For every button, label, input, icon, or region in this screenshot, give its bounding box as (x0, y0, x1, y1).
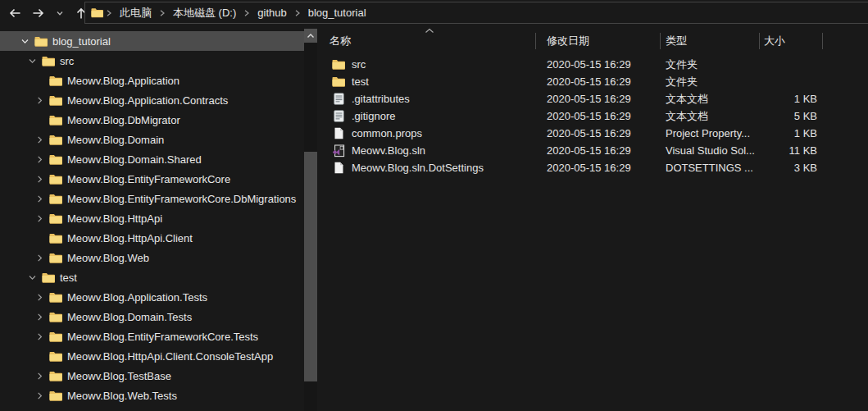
tree-expander-icon[interactable] (33, 251, 47, 264)
tree-item[interactable]: Meowv.Blog.Application (0, 71, 317, 90)
tree-item[interactable]: Meowv.Blog.EntityFrameworkCore.DbMigrati… (0, 189, 317, 208)
tree-item[interactable]: blog_tutorial (0, 31, 317, 51)
tree-item[interactable]: Meowv.Blog.Domain.Tests (0, 307, 317, 327)
breadcrumb-label[interactable]: blog_tutorial (303, 7, 371, 19)
tree-expander-icon[interactable] (33, 212, 47, 225)
file-row[interactable]: test 2020-05-15 16:29 文件夹 (320, 73, 868, 90)
file-date: 2020-05-15 16:29 (535, 73, 660, 90)
file-name: .gitignore (352, 107, 395, 125)
breadcrumb-label[interactable]: 本地磁盘 (D:) (168, 6, 241, 21)
sort-ascending-icon (425, 28, 434, 34)
tree-item[interactable]: test (0, 267, 317, 287)
tree-item[interactable]: src (0, 51, 317, 71)
column-divider[interactable] (759, 33, 760, 49)
tree-item[interactable]: Meowv.Blog.EntityFrameworkCore.Tests (0, 327, 317, 346)
tree-item-label: Meowv.Blog.Domain.Shared (67, 153, 202, 166)
folder-icon (49, 174, 62, 185)
folder-icon (49, 371, 62, 381)
file-name: Meowv.Blog.sln (352, 142, 425, 159)
tree-expander-icon[interactable] (33, 369, 47, 382)
column-header-type[interactable]: 类型 (660, 30, 759, 52)
tree-item[interactable]: Meowv.Blog.Application.Tests (0, 287, 317, 307)
file-row[interactable]: src 2020-05-15 16:29 文件夹 (320, 56, 868, 73)
tree-item[interactable]: Meowv.Blog.HttpApi (0, 208, 317, 228)
recent-locations-button[interactable] (54, 4, 66, 22)
tree-expander-icon[interactable] (33, 310, 47, 323)
file-size (759, 73, 822, 90)
breadcrumb-label[interactable]: 此电脑 (115, 6, 157, 21)
tree-expander-icon[interactable] (33, 74, 47, 87)
column-divider[interactable] (535, 33, 536, 49)
tree-item-label: Meowv.Blog.HttpApi.Client (67, 232, 193, 244)
column-divider[interactable] (822, 33, 823, 49)
column-divider[interactable] (660, 33, 661, 49)
tree-item[interactable]: Meowv.Blog.TestBase (0, 366, 317, 386)
tree-item[interactable] (0, 405, 317, 411)
scrollbar-thumb[interactable] (304, 152, 317, 381)
column-header-type-label: 类型 (666, 34, 687, 47)
file-name-cell: src (320, 56, 535, 73)
file-name: .gitattributes (352, 90, 410, 107)
file-list-panel: 名称 修改日期 类型 大小 (320, 25, 868, 411)
file-row[interactable]: common.props 2020-05-15 16:29 Project Pr… (320, 125, 868, 142)
column-header-date[interactable]: 修改日期 (535, 30, 660, 52)
file-row[interactable]: .gitignore 2020-05-15 16:29 文本文档 5 KB (320, 107, 868, 125)
file-size (759, 56, 822, 73)
folder-icon (34, 36, 48, 47)
file-row[interactable]: .gitattributes 2020-05-15 16:29 文本文档 1 K… (320, 90, 868, 107)
tree-expander-icon[interactable] (33, 133, 47, 146)
tree-item-label: Meowv.Blog.Application.Tests (67, 291, 207, 304)
folder-icon (49, 233, 62, 244)
chevron-down-icon (56, 9, 64, 17)
column-header-name[interactable]: 名称 (320, 30, 535, 52)
tree-expander-icon[interactable] (33, 192, 47, 205)
breadcrumb-label[interactable]: github (252, 7, 291, 19)
file-row[interactable]: Meowv.Blog.sln 2020-05-15 16:29 Visual S… (320, 142, 868, 159)
file-icon (332, 110, 345, 123)
breadcrumb: 此电脑 本地磁盘 (D:) github blog_tutorial (103, 2, 371, 23)
tree-item[interactable]: Meowv.Blog.DbMigrator (0, 110, 317, 130)
breadcrumb-chevron-icon[interactable] (157, 9, 168, 17)
tree-expander-icon[interactable] (33, 153, 47, 166)
tree-item[interactable]: Meowv.Blog.Domain.Shared (0, 149, 317, 169)
navigation-bar: 此电脑 本地磁盘 (D:) github blog_tutorial (0, 0, 868, 25)
tree-item-label: Meowv.Blog.Web.Tests (67, 390, 177, 402)
tree-expander-icon[interactable] (33, 330, 47, 343)
column-header-size-label: 大小 (764, 34, 785, 47)
folder-icon (42, 272, 55, 283)
breadcrumb-chevron-icon[interactable] (292, 9, 303, 17)
tree-item-label: test (60, 272, 77, 284)
chevron-up-icon (307, 33, 315, 39)
tree-item[interactable]: Meowv.Blog.Web (0, 248, 317, 267)
forward-button[interactable] (30, 4, 47, 22)
tree-expander-icon[interactable] (18, 34, 32, 48)
tree-expander-icon[interactable] (25, 271, 39, 284)
tree-item[interactable]: Meowv.Blog.HttpApi.Client.ConsoleTestApp (0, 346, 317, 366)
breadcrumb-chevron-icon[interactable] (103, 9, 115, 17)
file-row[interactable]: Meowv.Blog.sln.DotSettings 2020-05-15 16… (320, 159, 868, 176)
back-button[interactable] (7, 4, 23, 22)
tree-expander-icon[interactable] (33, 172, 47, 185)
tree-expander-icon[interactable] (33, 231, 47, 244)
tree-expander-icon[interactable] (33, 349, 47, 363)
tree-item-label: Meowv.Blog.EntityFrameworkCore.Tests (67, 331, 258, 343)
tree-item[interactable]: Meowv.Blog.Web.Tests (0, 386, 317, 405)
tree-expander-icon[interactable] (33, 389, 47, 402)
tree-expander-icon[interactable] (33, 290, 47, 304)
tree-expander-icon[interactable] (33, 94, 47, 107)
address-bar[interactable]: 此电脑 本地磁盘 (D:) github blog_tutorial (84, 2, 868, 24)
file-icon (332, 127, 345, 140)
scroll-up-button[interactable] (304, 29, 317, 43)
file-date: 2020-05-15 16:29 (535, 125, 660, 142)
tree-item[interactable]: Meowv.Blog.Domain (0, 130, 317, 149)
address-folder-icon (91, 7, 103, 18)
tree-expander-icon[interactable] (25, 54, 39, 67)
tree-expander-icon[interactable] (33, 113, 47, 126)
tree-item[interactable]: Meowv.Blog.EntityFrameworkCore (0, 169, 317, 189)
tree-item[interactable]: Meowv.Blog.HttpApi.Client (0, 228, 317, 248)
tree-item[interactable]: Meowv.Blog.Application.Contracts (0, 90, 317, 110)
breadcrumb-item: 本地磁盘 (D:) (157, 2, 241, 23)
breadcrumb-chevron-icon[interactable] (241, 9, 252, 17)
column-header-size[interactable]: 大小 (759, 30, 822, 52)
tree-scrollbar[interactable] (304, 29, 317, 411)
